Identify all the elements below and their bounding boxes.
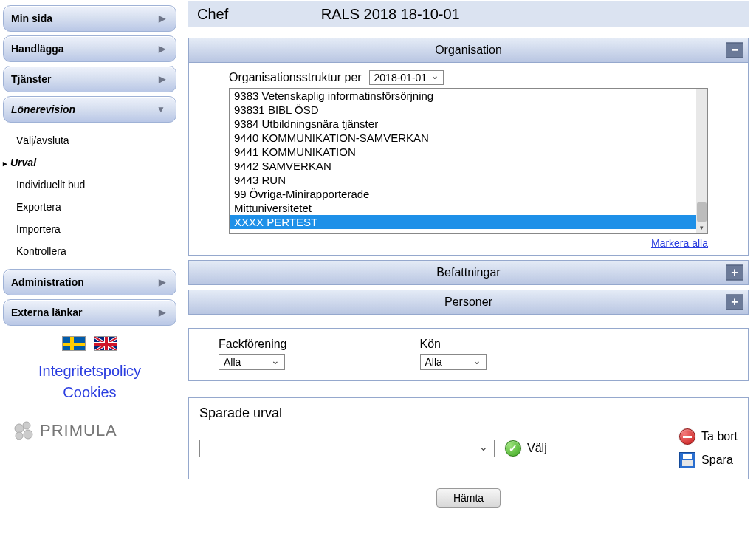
svg-point-10 bbox=[24, 430, 32, 439]
submenu-lonerevision: Välj/avsluta Urval Individuellt bud Expo… bbox=[3, 126, 176, 265]
policy-links: Integritetspolicy Cookies bbox=[3, 360, 176, 403]
svg-point-8 bbox=[15, 424, 24, 433]
logo-text: PRIMULA bbox=[40, 421, 117, 440]
link-cookies[interactable]: Cookies bbox=[3, 382, 176, 403]
chevron-right-icon: ▶ bbox=[159, 13, 165, 24]
sidebar-item-label: Handlägga bbox=[11, 43, 64, 55]
panel-header-personer[interactable]: Personer + bbox=[188, 290, 749, 315]
list-item[interactable]: 9443 RUN bbox=[230, 173, 707, 187]
scroll-down-icon[interactable]: ▾ bbox=[696, 222, 707, 233]
sidebar: Min sida ▶ Handlägga ▶ Tjänster ▶ Lönere… bbox=[0, 0, 181, 557]
check-icon: ✓ bbox=[505, 440, 521, 457]
list-item[interactable]: 93831 BIBL ÖSD bbox=[230, 103, 707, 117]
language-flags bbox=[3, 336, 176, 353]
kon-label: Kön bbox=[420, 338, 487, 351]
saved-selection-panel: Sparade urval ✓ Välj Ta bort Spara bbox=[188, 397, 749, 479]
scrollbar-thumb[interactable] bbox=[697, 202, 707, 222]
sidebar-item-min-sida[interactable]: Min sida ▶ bbox=[3, 5, 176, 32]
sidebar-item-label: Administration bbox=[11, 276, 84, 288]
panel-body-organisation: Organisationsstruktur per 2018-01-01 938… bbox=[188, 63, 749, 256]
kon-select[interactable]: Alla bbox=[420, 354, 487, 370]
filter-panel: Fackförening Alla Kön Alla bbox=[188, 328, 749, 381]
page-title-bar: Chef RALS 2018 18-10-01 bbox=[188, 1, 749, 27]
saved-select[interactable] bbox=[199, 440, 495, 457]
valj-button[interactable]: ✓ Välj bbox=[505, 440, 547, 457]
flag-uk-icon[interactable] bbox=[94, 336, 117, 351]
spara-button[interactable]: Spara bbox=[679, 452, 738, 468]
sidebar-item-label: Lönerevision bbox=[11, 103, 75, 115]
chevron-right-icon: ▶ bbox=[159, 277, 165, 287]
list-item[interactable]: 9440 KOMMUNIKATION-SAMVERKAN bbox=[230, 131, 707, 145]
list-item[interactable]: 99 Övriga-Minirapporterade bbox=[230, 187, 707, 201]
submenu-item-urval[interactable]: Urval bbox=[13, 151, 176, 174]
panel-header-befattningar[interactable]: Befattningar + bbox=[188, 260, 749, 285]
link-integritetspolicy[interactable]: Integritetspolicy bbox=[3, 360, 176, 382]
chevron-down-icon: ▼ bbox=[157, 104, 165, 115]
sidebar-item-externa-lankar[interactable]: Externa länkar ▶ bbox=[3, 299, 176, 326]
svg-point-11 bbox=[16, 432, 23, 440]
fackforening-select[interactable]: Alla bbox=[219, 354, 285, 370]
list-item[interactable]: XXXX PERTEST bbox=[230, 215, 707, 229]
svg-point-9 bbox=[23, 422, 30, 429]
sidebar-item-lonerevision[interactable]: Lönerevision ▼ bbox=[3, 96, 176, 123]
svg-rect-7 bbox=[94, 343, 117, 346]
submenu-item-individuellt-bud[interactable]: Individuellt bud bbox=[13, 174, 176, 196]
list-item[interactable]: 9383 Vetenskaplig informatinsförsörjning bbox=[230, 89, 707, 103]
flag-se-icon[interactable] bbox=[62, 336, 86, 351]
tabort-button[interactable]: Ta bort bbox=[679, 428, 738, 445]
page-title: RALS 2018 18-10-01 bbox=[321, 6, 460, 22]
chevron-right-icon: ▶ bbox=[159, 74, 165, 84]
main-content: Chef RALS 2018 18-10-01 Organisation − O… bbox=[181, 0, 756, 557]
submenu-item-kontrollera[interactable]: Kontrollera bbox=[13, 240, 176, 262]
flower-icon bbox=[12, 418, 37, 443]
panel-header-organisation[interactable]: Organisation − bbox=[188, 38, 749, 63]
save-icon bbox=[679, 452, 695, 468]
sidebar-item-label: Min sida bbox=[11, 13, 52, 24]
org-date-select[interactable]: 2018-01-01 bbox=[369, 70, 444, 85]
panel-heading: Befattningar bbox=[436, 266, 500, 278]
sidebar-item-label: Externa länkar bbox=[11, 307, 83, 318]
collapse-icon[interactable]: − bbox=[726, 43, 743, 58]
fackforening-label: Fackförening bbox=[219, 338, 287, 351]
sidebar-item-administration[interactable]: Administration ▶ bbox=[3, 269, 176, 295]
link-markera-alla[interactable]: Markera alla bbox=[651, 237, 708, 249]
sidebar-item-handlagga[interactable]: Handlägga ▶ bbox=[3, 35, 176, 62]
list-item[interactable]: 9441 KOMMUNIKATION bbox=[230, 145, 707, 159]
chevron-right-icon: ▶ bbox=[159, 44, 165, 54]
sidebar-item-label: Tjänster bbox=[11, 73, 51, 85]
primula-logo: PRIMULA bbox=[3, 418, 176, 443]
sidebar-item-tjanster[interactable]: Tjänster ▶ bbox=[3, 66, 176, 92]
submenu-item-exportera[interactable]: Exportera bbox=[13, 196, 176, 218]
svg-rect-2 bbox=[63, 343, 86, 346]
saved-heading: Sparade urval bbox=[199, 406, 738, 421]
expand-icon[interactable]: + bbox=[726, 295, 743, 310]
org-listbox[interactable]: 9383 Vetenskaplig informatinsförsörjning… bbox=[229, 88, 708, 234]
hamta-button[interactable]: Hämta bbox=[436, 488, 501, 508]
user-role: Chef bbox=[197, 6, 228, 22]
list-item[interactable]: 9384 Utbildningsnära tjänster bbox=[230, 117, 707, 131]
panel-heading: Organisation bbox=[435, 44, 502, 56]
panel-heading: Personer bbox=[444, 295, 492, 308]
submenu-item-valj-avsluta[interactable]: Välj/avsluta bbox=[13, 129, 176, 151]
chevron-right-icon: ▶ bbox=[159, 307, 165, 318]
expand-icon[interactable]: + bbox=[726, 265, 743, 281]
org-struct-label: Organisationsstruktur per bbox=[229, 71, 362, 83]
listbox-scrollbar[interactable]: ▾ bbox=[696, 89, 707, 233]
remove-icon bbox=[679, 428, 695, 445]
list-item[interactable]: 9442 SAMVERKAN bbox=[230, 159, 707, 173]
list-item[interactable]: Mittuniversitetet bbox=[230, 201, 707, 215]
submenu-item-importera[interactable]: Importera bbox=[13, 218, 176, 240]
